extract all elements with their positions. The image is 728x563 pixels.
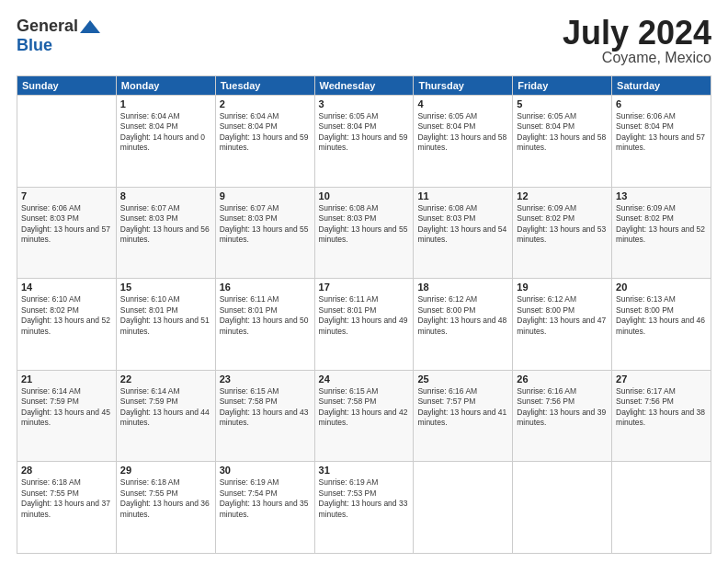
day-cell: 9Sunrise: 6:07 AM Sunset: 8:03 PM Daylig… (215, 187, 314, 279)
logo-blue: Blue (17, 36, 52, 55)
day-cell: 22Sunrise: 6:14 AM Sunset: 7:59 PM Dayli… (116, 370, 215, 462)
day-number: 3 (319, 98, 410, 109)
day-cell (513, 462, 612, 554)
day-info: Sunrise: 6:11 AM Sunset: 8:01 PM Dayligh… (220, 294, 311, 337)
calendar: SundayMondayTuesdayWednesdayThursdayFrid… (17, 75, 711, 554)
day-number: 4 (417, 98, 508, 109)
day-number: 14 (21, 282, 112, 293)
day-cell: 7Sunrise: 6:06 AM Sunset: 8:03 PM Daylig… (17, 187, 117, 279)
logo-icon (80, 18, 100, 35)
day-info: Sunrise: 6:15 AM Sunset: 7:58 PM Dayligh… (319, 386, 410, 429)
svg-marker-0 (80, 20, 100, 33)
day-number: 16 (220, 282, 311, 293)
day-header-friday: Friday (513, 76, 612, 96)
day-info: Sunrise: 6:14 AM Sunset: 7:59 PM Dayligh… (120, 386, 211, 429)
day-cell: 29Sunrise: 6:18 AM Sunset: 7:55 PM Dayli… (116, 462, 215, 554)
day-info: Sunrise: 6:12 AM Sunset: 8:00 PM Dayligh… (417, 294, 508, 337)
day-number: 22 (120, 373, 211, 385)
day-info: Sunrise: 6:05 AM Sunset: 8:04 PM Dayligh… (517, 111, 608, 154)
day-cell: 13Sunrise: 6:09 AM Sunset: 8:02 PM Dayli… (612, 187, 711, 279)
day-number: 12 (517, 190, 608, 201)
day-number: 15 (120, 282, 211, 293)
day-cell: 14Sunrise: 6:10 AM Sunset: 8:02 PM Dayli… (17, 279, 117, 371)
day-number: 13 (616, 190, 707, 201)
week-row-1: 1Sunrise: 6:04 AM Sunset: 8:04 PM Daylig… (17, 96, 711, 188)
day-cell: 26Sunrise: 6:16 AM Sunset: 7:56 PM Dayli… (513, 370, 612, 462)
day-header-saturday: Saturday (612, 76, 711, 96)
day-cell: 24Sunrise: 6:15 AM Sunset: 7:58 PM Dayli… (314, 370, 414, 462)
day-number: 11 (417, 190, 508, 201)
day-number: 30 (220, 465, 311, 476)
week-row-2: 7Sunrise: 6:06 AM Sunset: 8:03 PM Daylig… (17, 187, 711, 279)
day-info: Sunrise: 6:19 AM Sunset: 7:54 PM Dayligh… (220, 477, 311, 520)
day-info: Sunrise: 6:09 AM Sunset: 8:02 PM Dayligh… (616, 203, 707, 246)
day-info: Sunrise: 6:12 AM Sunset: 8:00 PM Dayligh… (517, 294, 608, 337)
day-info: Sunrise: 6:10 AM Sunset: 8:02 PM Dayligh… (21, 294, 112, 337)
day-number: 23 (220, 373, 311, 385)
day-cell: 5Sunrise: 6:05 AM Sunset: 8:04 PM Daylig… (513, 96, 612, 188)
month-title: July 2024 (563, 17, 711, 50)
day-cell: 27Sunrise: 6:17 AM Sunset: 7:56 PM Dayli… (612, 370, 711, 462)
day-cell: 18Sunrise: 6:12 AM Sunset: 8:00 PM Dayli… (414, 279, 513, 371)
day-cell: 31Sunrise: 6:19 AM Sunset: 7:53 PM Dayli… (314, 462, 414, 554)
day-info: Sunrise: 6:08 AM Sunset: 8:03 PM Dayligh… (417, 203, 508, 246)
day-cell: 15Sunrise: 6:10 AM Sunset: 8:01 PM Dayli… (116, 279, 215, 371)
day-cell: 17Sunrise: 6:11 AM Sunset: 8:01 PM Dayli… (314, 279, 414, 371)
day-cell: 10Sunrise: 6:08 AM Sunset: 8:03 PM Dayli… (314, 187, 414, 279)
day-number: 18 (417, 282, 508, 293)
day-cell: 21Sunrise: 6:14 AM Sunset: 7:59 PM Dayli… (17, 370, 117, 462)
day-cell (17, 96, 117, 188)
day-info: Sunrise: 6:13 AM Sunset: 8:00 PM Dayligh… (616, 294, 707, 337)
day-cell (612, 462, 711, 554)
day-info: Sunrise: 6:05 AM Sunset: 8:04 PM Dayligh… (417, 111, 508, 154)
day-number: 25 (417, 373, 508, 385)
day-number: 2 (220, 98, 311, 109)
day-number: 31 (319, 465, 410, 476)
day-info: Sunrise: 6:05 AM Sunset: 8:04 PM Dayligh… (319, 111, 410, 154)
day-info: Sunrise: 6:04 AM Sunset: 8:04 PM Dayligh… (120, 111, 211, 154)
day-cell: 23Sunrise: 6:15 AM Sunset: 7:58 PM Dayli… (215, 370, 314, 462)
day-number: 26 (517, 373, 608, 385)
day-info: Sunrise: 6:18 AM Sunset: 7:55 PM Dayligh… (120, 477, 211, 520)
location-title: Coyame, Mexico (563, 50, 711, 66)
day-number: 10 (319, 190, 410, 201)
day-number: 28 (21, 465, 112, 476)
day-cell: 4Sunrise: 6:05 AM Sunset: 8:04 PM Daylig… (414, 96, 513, 188)
day-number: 5 (517, 98, 608, 109)
day-cell: 8Sunrise: 6:07 AM Sunset: 8:03 PM Daylig… (116, 187, 215, 279)
day-info: Sunrise: 6:09 AM Sunset: 8:02 PM Dayligh… (517, 203, 608, 246)
week-row-5: 28Sunrise: 6:18 AM Sunset: 7:55 PM Dayli… (17, 462, 711, 554)
day-info: Sunrise: 6:07 AM Sunset: 8:03 PM Dayligh… (120, 203, 211, 246)
day-cell: 16Sunrise: 6:11 AM Sunset: 8:01 PM Dayli… (215, 279, 314, 371)
day-number: 6 (616, 98, 707, 109)
day-info: Sunrise: 6:06 AM Sunset: 8:04 PM Dayligh… (616, 111, 707, 154)
day-info: Sunrise: 6:10 AM Sunset: 8:01 PM Dayligh… (120, 294, 211, 337)
day-cell: 28Sunrise: 6:18 AM Sunset: 7:55 PM Dayli… (17, 462, 117, 554)
day-header-tuesday: Tuesday (215, 76, 314, 96)
day-number: 27 (616, 373, 707, 385)
week-row-3: 14Sunrise: 6:10 AM Sunset: 8:02 PM Dayli… (17, 279, 711, 371)
header: General Blue July 2024 Coyame, Mexico (17, 17, 711, 66)
day-cell (414, 462, 513, 554)
day-number: 1 (120, 98, 211, 109)
day-cell: 2Sunrise: 6:04 AM Sunset: 8:04 PM Daylig… (215, 96, 314, 188)
day-number: 8 (120, 190, 211, 201)
day-info: Sunrise: 6:15 AM Sunset: 7:58 PM Dayligh… (220, 386, 311, 429)
day-info: Sunrise: 6:16 AM Sunset: 7:57 PM Dayligh… (417, 386, 508, 429)
title-block: July 2024 Coyame, Mexico (563, 17, 711, 66)
day-info: Sunrise: 6:06 AM Sunset: 8:03 PM Dayligh… (21, 203, 112, 246)
day-number: 24 (319, 373, 410, 385)
logo: General Blue (17, 17, 100, 55)
day-cell: 11Sunrise: 6:08 AM Sunset: 8:03 PM Dayli… (414, 187, 513, 279)
day-cell: 12Sunrise: 6:09 AM Sunset: 8:02 PM Dayli… (513, 187, 612, 279)
logo-general: General (17, 17, 78, 36)
day-number: 19 (517, 282, 608, 293)
day-header-sunday: Sunday (17, 76, 117, 96)
day-cell: 19Sunrise: 6:12 AM Sunset: 8:00 PM Dayli… (513, 279, 612, 371)
day-number: 9 (220, 190, 311, 201)
day-header-wednesday: Wednesday (314, 76, 414, 96)
day-number: 20 (616, 282, 707, 293)
day-info: Sunrise: 6:17 AM Sunset: 7:56 PM Dayligh… (616, 386, 707, 429)
day-info: Sunrise: 6:19 AM Sunset: 7:53 PM Dayligh… (319, 477, 410, 520)
page: General Blue July 2024 Coyame, Mexico Su… (0, 0, 728, 563)
